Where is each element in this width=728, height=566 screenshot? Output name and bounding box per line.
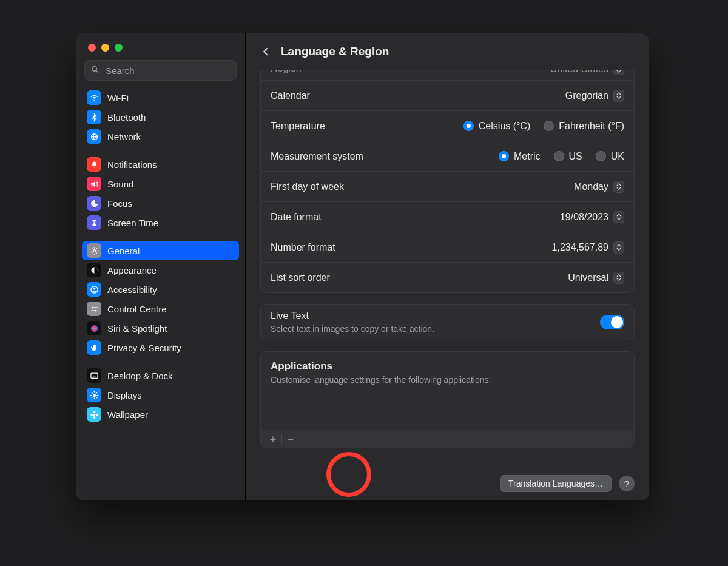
- row-label: Region: [271, 70, 550, 74]
- sidebar: Wi-FiBluetoothNetworkNotificationsSoundF…: [76, 33, 246, 500]
- dateformat-popup[interactable]: 19/08/2023: [560, 211, 624, 223]
- row-label: Date format: [271, 212, 560, 223]
- svg-point-8: [93, 287, 95, 289]
- row-label: Temperature: [271, 121, 463, 132]
- sidebar-item-label: General: [107, 246, 140, 256]
- live-text-title: Live Text: [271, 311, 600, 322]
- svg-line-21: [92, 392, 92, 393]
- row-label: Number format: [271, 242, 552, 253]
- sidebar-item-sound[interactable]: Sound: [82, 174, 239, 194]
- sidebar-item-displays[interactable]: Displays: [82, 385, 239, 405]
- svg-point-5: [93, 249, 95, 252]
- sidebar-item-general[interactable]: General: [82, 241, 239, 260]
- region-popup[interactable]: United States: [550, 70, 624, 75]
- sidebar-item-desktop-dock[interactable]: Desktop & Dock: [82, 366, 239, 385]
- chevron-updown-icon: [613, 211, 624, 223]
- applications-list: [261, 392, 634, 430]
- radio-celsius[interactable]: Celsius (°C): [463, 121, 531, 132]
- chevron-updown-icon: [613, 90, 624, 102]
- sidebar-item-screen-time[interactable]: Screen Time: [82, 213, 239, 232]
- svg-point-0: [92, 66, 97, 71]
- main-panel: Language & Region Region United States C…: [246, 33, 649, 500]
- page-title: Language & Region: [281, 45, 389, 58]
- sidebar-item-siri-spotlight[interactable]: Siri & Spotlight: [82, 318, 239, 338]
- bluetooth-icon: [87, 110, 101, 124]
- chevron-updown-icon: [613, 181, 624, 193]
- radio-fahrenheit[interactable]: Fahrenheit (°F): [544, 121, 624, 132]
- minus-icon: [286, 435, 295, 443]
- sidebar-item-accessibility[interactable]: Accessibility: [82, 280, 239, 299]
- sidebar-item-label: Notifications: [107, 160, 157, 170]
- gear-icon: [87, 243, 101, 258]
- sidebar-item-label: Sound: [107, 179, 133, 189]
- calendar-popup[interactable]: Gregorian: [565, 90, 624, 102]
- search-field[interactable]: [84, 60, 237, 81]
- radio-uk[interactable]: UK: [596, 151, 624, 162]
- applications-footer: [261, 430, 634, 448]
- svg-line-23: [96, 392, 96, 393]
- header: Language & Region: [246, 33, 649, 70]
- sidebar-item-label: Bluetooth: [107, 112, 146, 123]
- switches-icon: [87, 302, 101, 316]
- sidebar-item-label: Displays: [107, 390, 142, 400]
- row-label: Measurement system: [271, 151, 499, 162]
- radio-us[interactable]: US: [554, 151, 582, 162]
- sidebar-item-notifications[interactable]: Notifications: [82, 155, 239, 174]
- minimize-icon[interactable]: [101, 44, 109, 52]
- svg-rect-4: [93, 166, 95, 167]
- close-icon[interactable]: [88, 44, 96, 52]
- svg-point-9: [92, 306, 93, 308]
- listsort-popup[interactable]: Universal: [568, 272, 624, 284]
- content-scroll[interactable]: Region United States Calendar Gregorian …: [246, 70, 649, 500]
- applications-card: Applications Customise language settings…: [260, 351, 635, 448]
- svg-line-1: [96, 70, 98, 72]
- moon-icon: [87, 196, 101, 211]
- hand-icon: [87, 340, 101, 355]
- svg-point-16: [93, 394, 96, 397]
- remove-application-button[interactable]: [282, 433, 299, 446]
- translation-languages-button[interactable]: Translation Languages…: [500, 475, 612, 492]
- bell-icon: [87, 157, 101, 172]
- speaker-icon: [87, 177, 101, 191]
- add-application-button[interactable]: [265, 433, 281, 446]
- measurement-radio-group: Metric US UK: [499, 151, 624, 162]
- maximize-icon[interactable]: [115, 44, 123, 52]
- help-button[interactable]: ?: [619, 476, 635, 491]
- sidebar-item-label: Wallpaper: [107, 409, 148, 420]
- dock-icon: [87, 368, 101, 383]
- numberformat-popup[interactable]: 1,234,567.89: [552, 241, 624, 254]
- live-text-toggle[interactable]: [600, 315, 624, 329]
- sidebar-item-appearance[interactable]: Appearance: [82, 260, 239, 280]
- radio-metric[interactable]: Metric: [499, 151, 541, 162]
- sidebar-item-wallpaper[interactable]: Wallpaper: [82, 405, 239, 424]
- search-input[interactable]: [104, 65, 231, 76]
- svg-point-29: [96, 413, 98, 416]
- sidebar-item-control-centre[interactable]: Control Centre: [82, 299, 239, 318]
- svg-point-28: [90, 413, 93, 416]
- chevron-updown-icon: [613, 241, 624, 254]
- region-settings-card: Region United States Calendar Gregorian …: [260, 70, 635, 293]
- window-controls: [76, 33, 245, 52]
- back-button[interactable]: [259, 45, 272, 58]
- sidebar-item-focus[interactable]: Focus: [82, 194, 239, 213]
- row-label: List sort order: [271, 272, 568, 283]
- temperature-radio-group: Celsius (°C) Fahrenheit (°F): [463, 121, 624, 132]
- plus-icon: [269, 435, 277, 443]
- sidebar-item-privacy-security[interactable]: Privacy & Security: [82, 338, 239, 357]
- system-settings-window: Wi-FiBluetoothNetworkNotificationsSoundF…: [76, 33, 649, 500]
- live-text-sub: Select text in images to copy or take ac…: [271, 324, 600, 334]
- sidebar-item-bluetooth[interactable]: Bluetooth: [82, 107, 239, 127]
- svg-line-22: [96, 397, 96, 397]
- sidebar-item-label: Appearance: [107, 265, 157, 275]
- globe-icon: [87, 129, 101, 144]
- sidebar-item-network[interactable]: Network: [82, 127, 239, 146]
- firstday-popup[interactable]: Monday: [574, 181, 624, 193]
- sidebar-item-label: Control Centre: [107, 304, 167, 314]
- svg-point-25: [93, 413, 95, 416]
- person-icon: [87, 282, 101, 297]
- search-icon: [90, 65, 99, 76]
- live-text-card: Live Text Select text in images to copy …: [260, 304, 635, 340]
- sidebar-item-label: Siri & Spotlight: [107, 323, 167, 334]
- sidebar-item-wi-fi[interactable]: Wi-Fi: [82, 88, 239, 107]
- applications-title: Applications: [271, 360, 624, 372]
